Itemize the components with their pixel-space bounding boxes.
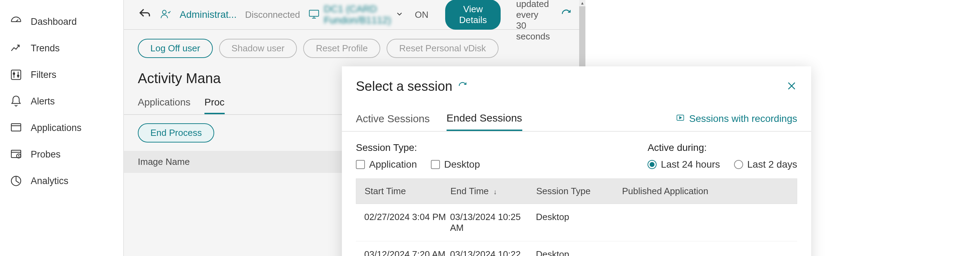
checkbox-label: Desktop <box>444 159 480 170</box>
log-off-button[interactable]: Log Off user <box>138 39 213 58</box>
header-bar: Administrat... Disconnected DC1 (CARD Fu… <box>124 0 585 30</box>
tab-processes[interactable]: Proc <box>204 92 225 114</box>
modal-tabs: Active Sessions Ended Sessions Sessions … <box>342 107 811 132</box>
analytics-icon <box>10 174 22 187</box>
sidebar-item-filters[interactable]: Filters <box>0 61 123 88</box>
tab-active-sessions[interactable]: Active Sessions <box>356 107 430 130</box>
tab-ended-sessions[interactable]: Ended Sessions <box>447 107 522 131</box>
close-icon[interactable] <box>786 80 797 93</box>
radio-icon <box>734 160 743 169</box>
scroll-up-icon[interactable]: ▲ <box>579 0 585 6</box>
modal-header: Select a session <box>342 66 811 107</box>
cell-session-type: Desktop <box>536 249 622 256</box>
refresh-icon[interactable] <box>558 9 571 21</box>
checkbox-icon <box>431 160 440 169</box>
alerts-icon <box>10 95 22 107</box>
sidebar-item-label: Analytics <box>31 176 68 187</box>
filters-icon <box>10 69 22 81</box>
sidebar-item-analytics[interactable]: Analytics <box>0 168 123 194</box>
probes-icon <box>10 148 22 161</box>
shadow-user-button[interactable]: Shadow user <box>219 39 297 58</box>
svg-rect-5 <box>11 124 21 131</box>
svg-rect-0 <box>11 70 21 80</box>
cell-end-time: 03/13/2024 10:25 AM <box>450 212 536 233</box>
radio-last-24h[interactable]: Last 24 hours <box>648 159 720 170</box>
scrollbar-thumb[interactable] <box>579 6 585 76</box>
end-process-button[interactable]: End Process <box>138 123 214 142</box>
sessions-table: Start Time End Time ↓ Session Type Publi… <box>342 178 811 256</box>
sidebar-item-label: Applications <box>31 123 82 133</box>
radio-label: Last 24 hours <box>661 159 720 170</box>
recordings-link-label: Sessions with recordings <box>689 113 797 124</box>
chevron-down-icon <box>395 10 404 19</box>
recordings-icon <box>676 113 685 125</box>
modal-title: Select a session <box>356 79 452 94</box>
sidebar-item-applications[interactable]: Applications <box>0 115 123 141</box>
connection-status: Disconnected <box>245 10 300 20</box>
radio-label: Last 2 days <box>747 159 797 170</box>
column-image-name[interactable]: Image Name <box>138 157 362 167</box>
checkbox-icon <box>356 160 365 169</box>
sessions-table-header: Start Time End Time ↓ Session Type Publi… <box>356 178 797 204</box>
applications-icon <box>10 122 22 134</box>
select-session-modal: Select a session Active Sessions Ended S… <box>342 66 811 256</box>
column-end-time-label: End Time <box>450 186 489 196</box>
user-link[interactable]: Administrat... <box>180 9 237 20</box>
active-during-label: Active during: <box>648 142 797 153</box>
reset-profile-button[interactable]: Reset Profile <box>303 39 380 58</box>
column-start-time[interactable]: Start Time <box>364 186 450 197</box>
sort-desc-icon: ↓ <box>493 188 497 195</box>
dashboard-icon <box>10 15 22 28</box>
machine-name: DC1 (CARD Fundon/B1112) <box>324 3 391 26</box>
reset-vdisk-button[interactable]: Reset Personal vDisk <box>387 39 498 58</box>
checkbox-desktop[interactable]: Desktop <box>431 159 480 170</box>
sidebar-item-label: Filters <box>31 69 57 80</box>
cell-start-time: 02/27/2024 3:04 PM <box>364 212 450 233</box>
session-row[interactable]: 03/12/2024 7:20 AM 03/13/2024 10:22 AM D… <box>356 241 797 256</box>
monitor-icon <box>309 8 320 21</box>
sidebar-item-label: Probes <box>31 149 61 160</box>
svg-point-11 <box>162 10 166 14</box>
column-end-time[interactable]: End Time ↓ <box>450 186 536 197</box>
machine-info[interactable]: DC1 (CARD Fundon/B1112) <box>309 3 404 26</box>
modal-filters: Session Type: Application Desktop Active… <box>342 132 811 178</box>
sidebar-item-label: Alerts <box>31 96 55 107</box>
session-row[interactable]: 02/27/2024 3:04 PM 03/13/2024 10:25 AM D… <box>356 204 797 241</box>
sidebar-item-trends[interactable]: Trends <box>0 35 123 61</box>
radio-icon <box>648 160 657 169</box>
cell-session-type: Desktop <box>536 212 622 233</box>
sidebar-item-label: Trends <box>31 43 60 54</box>
modal-refresh-icon[interactable] <box>452 82 467 92</box>
cell-published-app <box>622 249 789 256</box>
user-icon <box>160 8 171 21</box>
sidebar-item-label: Dashboard <box>31 16 77 27</box>
view-details-button[interactable]: View Details <box>445 0 501 30</box>
sidebar: Dashboard Trends Filters Alerts Applicat… <box>0 0 124 256</box>
session-type-filter: Session Type: Application Desktop <box>356 142 480 170</box>
sessions-with-recordings-link[interactable]: Sessions with recordings <box>676 113 797 125</box>
back-icon[interactable] <box>138 7 152 22</box>
trends-icon <box>10 42 22 54</box>
action-buttons: Log Off user Shadow user Reset Profile R… <box>124 30 585 67</box>
sidebar-item-probes[interactable]: Probes <box>0 141 123 168</box>
sidebar-item-dashboard[interactable]: Dashboard <box>0 8 123 35</box>
sidebar-item-alerts[interactable]: Alerts <box>0 88 123 115</box>
cell-start-time: 03/12/2024 7:20 AM <box>364 249 450 256</box>
tab-applications[interactable]: Applications <box>138 92 191 114</box>
svg-rect-12 <box>309 10 319 16</box>
cell-published-app <box>622 212 789 233</box>
session-type-label: Session Type: <box>356 142 480 153</box>
column-session-type[interactable]: Session Type <box>536 186 622 197</box>
column-published-app[interactable]: Published Application <box>622 186 789 197</box>
checkbox-application[interactable]: Application <box>356 159 417 170</box>
power-state: ON <box>415 10 428 20</box>
cell-end-time: 03/13/2024 10:22 AM <box>450 249 536 256</box>
checkbox-label: Application <box>369 159 417 170</box>
radio-last-2d[interactable]: Last 2 days <box>734 159 797 170</box>
active-during-filter: Active during: Last 24 hours Last 2 days <box>648 142 797 170</box>
